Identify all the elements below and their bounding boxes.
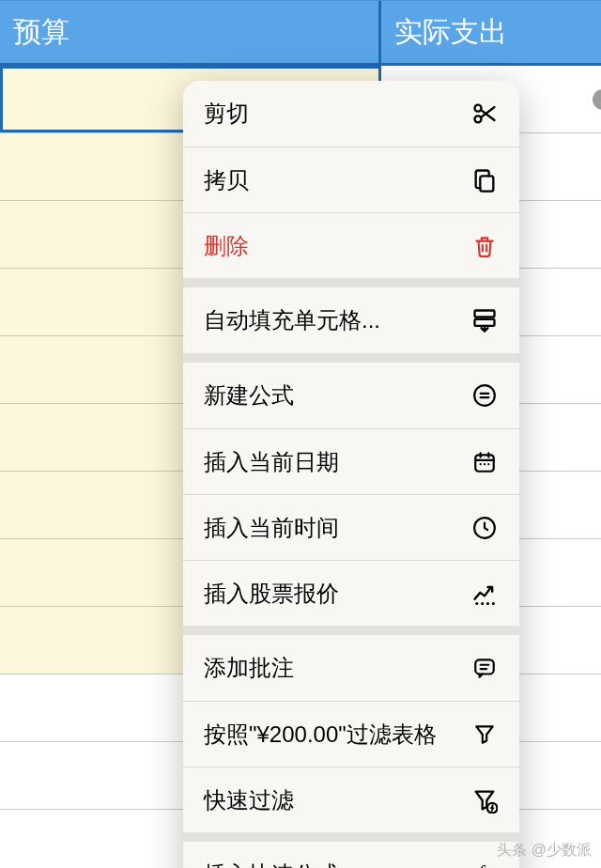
menu-item-label: 插入快速公式... bbox=[204, 860, 470, 868]
menu-group: 添加批注按照"¥200.00"过滤表格快速过滤 bbox=[183, 626, 519, 832]
trash-icon bbox=[470, 232, 499, 260]
menu-item-label: 剪切 bbox=[204, 99, 470, 129]
watermark: 头条 @少数派 bbox=[497, 841, 592, 860]
equals-circle-icon bbox=[470, 381, 499, 410]
clock-icon bbox=[470, 514, 499, 542]
menu-group: 插入快速公式...fx bbox=[183, 832, 519, 868]
menu-item-label: 插入股票报价 bbox=[204, 579, 470, 609]
comment-icon bbox=[470, 654, 499, 682]
svg-rect-5 bbox=[475, 311, 495, 318]
header-label: 实际支出 bbox=[394, 13, 507, 52]
menu-item-label: 快速过滤 bbox=[204, 785, 470, 815]
menu-item-insertdate[interactable]: 插入当前日期 bbox=[183, 428, 519, 494]
menu-item-label: 插入当前时间 bbox=[204, 513, 470, 543]
svg-point-19 bbox=[481, 601, 484, 604]
svg-point-20 bbox=[486, 601, 489, 604]
menu-item-autofill[interactable]: 自动填充单元格... bbox=[183, 287, 519, 353]
selection-handle-dot[interactable] bbox=[593, 89, 601, 110]
menu-item-delete[interactable]: 删除 bbox=[183, 212, 519, 278]
menu-item-label: 插入当前日期 bbox=[204, 447, 470, 477]
menu-item-label: 拷贝 bbox=[204, 165, 470, 195]
svg-point-14 bbox=[480, 463, 482, 465]
svg-rect-10 bbox=[475, 455, 494, 471]
menu-item-label: 自动填充单元格... bbox=[204, 305, 470, 335]
svg-rect-22 bbox=[475, 659, 494, 674]
menu-item-label: 新建公式 bbox=[204, 380, 470, 411]
svg-point-16 bbox=[487, 463, 489, 465]
menu-item-newformula[interactable]: 新建公式 bbox=[183, 363, 519, 428]
context-menu: 剪切拷贝删除自动填充单元格...新建公式插入当前日期插入当前时间插入股票报价添加… bbox=[183, 81, 519, 868]
funnel-icon bbox=[470, 721, 499, 749]
menu-group: 剪切拷贝删除 bbox=[183, 81, 519, 278]
menu-item-quickformula[interactable]: 插入快速公式...fx bbox=[183, 842, 519, 868]
menu-item-comment[interactable]: 添加批注 bbox=[183, 635, 519, 701]
menu-item-quickfilter[interactable]: 快速过滤 bbox=[183, 767, 519, 832]
autofill-icon bbox=[470, 306, 499, 334]
menu-item-filterby[interactable]: 按照"¥200.00"过滤表格 bbox=[183, 701, 519, 767]
menu-item-cut[interactable]: 剪切 bbox=[183, 81, 519, 147]
table-header: 预算 实际支出 bbox=[0, 0, 601, 66]
fx-icon: fx bbox=[470, 860, 499, 868]
stock-chart-icon bbox=[470, 580, 499, 608]
scissors-icon bbox=[470, 100, 499, 128]
svg-point-21 bbox=[492, 601, 495, 604]
menu-group: 自动填充单元格... bbox=[183, 278, 519, 353]
menu-item-label: 删除 bbox=[204, 231, 470, 261]
menu-item-label: 添加批注 bbox=[204, 653, 470, 683]
calendar-icon bbox=[470, 448, 499, 476]
menu-item-copy[interactable]: 拷贝 bbox=[183, 147, 519, 212]
svg-rect-4 bbox=[480, 176, 493, 191]
menu-item-inserttime[interactable]: 插入当前时间 bbox=[183, 494, 519, 560]
copy-icon bbox=[470, 166, 499, 194]
header-col-actual[interactable]: 实际支出 bbox=[381, 1, 601, 63]
menu-group: 新建公式插入当前日期插入当前时间插入股票报价 bbox=[183, 353, 519, 626]
svg-point-7 bbox=[474, 385, 495, 406]
menu-item-insertstock[interactable]: 插入股票报价 bbox=[183, 560, 519, 626]
menu-item-label: 按照"¥200.00"过滤表格 bbox=[204, 720, 470, 750]
svg-point-15 bbox=[484, 463, 485, 465]
funnel-bolt-icon bbox=[470, 786, 499, 814]
header-col-budget[interactable]: 预算 bbox=[0, 1, 381, 63]
header-label: 预算 bbox=[13, 13, 69, 52]
svg-point-18 bbox=[475, 601, 478, 604]
